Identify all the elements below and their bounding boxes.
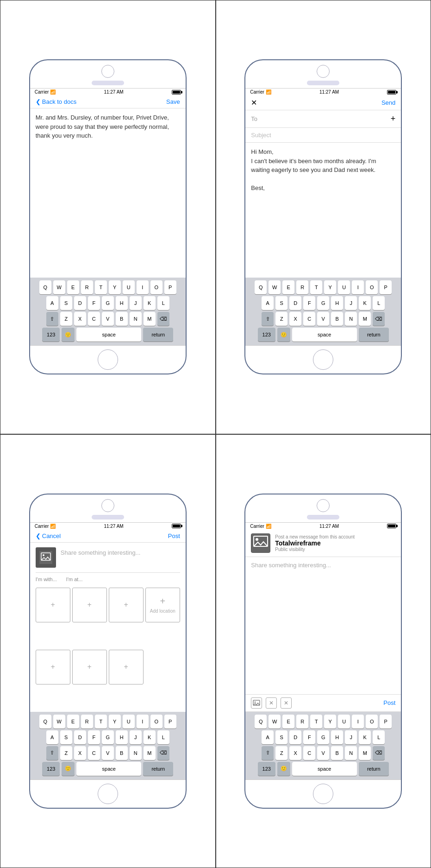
toolbar-location-icon-4[interactable]: ✕ xyxy=(281,697,292,709)
key-b-3[interactable]: B xyxy=(116,746,128,760)
key-u-2[interactable]: U xyxy=(338,280,350,294)
key-123-3[interactable]: 123 xyxy=(42,762,60,776)
key-w-3[interactable]: W xyxy=(53,715,65,729)
key-return-1[interactable]: return xyxy=(143,328,173,342)
key-t-2[interactable]: T xyxy=(310,280,322,294)
key-123-2[interactable]: 123 xyxy=(258,328,275,342)
keyboard-1[interactable]: Q W E R T Y U I O P A S D F G H xyxy=(30,278,186,345)
key-g-3[interactable]: G xyxy=(102,730,114,744)
key-q-3[interactable]: Q xyxy=(39,715,51,729)
key-z-2[interactable]: Z xyxy=(275,312,287,326)
key-x-3[interactable]: X xyxy=(74,746,86,760)
key-q-4[interactable]: Q xyxy=(255,715,267,729)
photo-cell-1-3[interactable]: + xyxy=(36,588,70,622)
key-return-3[interactable]: return xyxy=(143,762,173,776)
toolbar-image-icon-4[interactable] xyxy=(251,697,262,709)
key-space-4[interactable]: space xyxy=(292,762,357,776)
key-u-4[interactable]: U xyxy=(338,715,350,729)
key-c-4[interactable]: C xyxy=(303,746,315,760)
key-k-3[interactable]: K xyxy=(144,730,156,744)
home-button-4[interactable] xyxy=(313,784,333,804)
key-t-4[interactable]: T xyxy=(310,715,322,729)
key-p-1[interactable]: P xyxy=(164,280,176,294)
key-space-3[interactable]: space xyxy=(76,762,141,776)
key-shift-2[interactable]: ⇧ xyxy=(262,312,274,326)
key-emoji-3[interactable]: 🙂 xyxy=(62,762,75,776)
key-a-1[interactable]: A xyxy=(46,296,58,310)
key-n-4[interactable]: N xyxy=(345,746,357,760)
key-n-2[interactable]: N xyxy=(345,312,357,326)
key-e-4[interactable]: E xyxy=(282,715,294,729)
save-button-1[interactable]: Save xyxy=(166,98,180,105)
key-b-2[interactable]: B xyxy=(331,312,343,326)
key-k-2[interactable]: K xyxy=(359,296,371,310)
key-s-3[interactable]: S xyxy=(60,730,72,744)
key-a-4[interactable]: A xyxy=(262,730,274,744)
key-s-2[interactable]: S xyxy=(275,296,287,310)
key-h-2[interactable]: H xyxy=(331,296,343,310)
key-123-4[interactable]: 123 xyxy=(258,762,275,776)
key-e-3[interactable]: E xyxy=(67,715,79,729)
key-delete-4[interactable]: ⌫ xyxy=(373,746,385,760)
key-q-2[interactable]: Q xyxy=(255,280,267,294)
subject-field-2[interactable]: Subject xyxy=(245,128,401,143)
key-o-2[interactable]: O xyxy=(366,280,378,294)
key-x-2[interactable]: X xyxy=(289,312,301,326)
key-space-2[interactable]: space xyxy=(292,328,357,342)
key-z-3[interactable]: Z xyxy=(60,746,72,760)
key-e-1[interactable]: E xyxy=(67,280,79,294)
key-p-4[interactable]: P xyxy=(380,715,392,729)
key-emoji-2[interactable]: 🙂 xyxy=(277,328,290,342)
key-i-2[interactable]: I xyxy=(352,280,364,294)
key-a-2[interactable]: A xyxy=(262,296,274,310)
key-h-4[interactable]: H xyxy=(331,730,343,744)
key-j-3[interactable]: J xyxy=(130,730,142,744)
key-b-1[interactable]: B xyxy=(116,312,128,326)
key-c-1[interactable]: C xyxy=(88,312,100,326)
key-c-2[interactable]: C xyxy=(303,312,315,326)
key-y-2[interactable]: Y xyxy=(324,280,336,294)
key-o-3[interactable]: O xyxy=(150,715,162,729)
key-k-1[interactable]: K xyxy=(144,296,156,310)
key-s-4[interactable]: S xyxy=(275,730,287,744)
home-button-2[interactable] xyxy=(313,349,333,370)
key-emoji-1[interactable]: 🙂 xyxy=(62,328,75,342)
key-v-3[interactable]: V xyxy=(102,746,114,760)
photo-cell-2-3[interactable]: + xyxy=(72,588,107,622)
key-space-1[interactable]: space xyxy=(76,328,141,342)
key-t-1[interactable]: T xyxy=(95,280,107,294)
home-button-3[interactable] xyxy=(98,784,118,804)
key-w-4[interactable]: W xyxy=(269,715,281,729)
key-x-1[interactable]: X xyxy=(74,312,86,326)
key-e-2[interactable]: E xyxy=(282,280,294,294)
key-shift-3[interactable]: ⇧ xyxy=(46,746,58,760)
key-r-2[interactable]: R xyxy=(296,280,308,294)
key-l-3[interactable]: L xyxy=(157,730,169,744)
key-a-3[interactable]: A xyxy=(46,730,58,744)
key-p-3[interactable]: P xyxy=(164,715,176,729)
key-g-2[interactable]: G xyxy=(317,296,329,310)
key-o-4[interactable]: O xyxy=(366,715,378,729)
email-body-2[interactable]: Hi Mom, I can't believe it's been two mo… xyxy=(245,143,401,278)
location-cell-3[interactable]: + Add location xyxy=(145,588,180,622)
key-delete-1[interactable]: ⌫ xyxy=(157,312,169,326)
key-m-1[interactable]: M xyxy=(144,312,156,326)
key-w-1[interactable]: W xyxy=(53,280,65,294)
photo-cell-6-3[interactable]: + xyxy=(109,650,144,684)
key-q-1[interactable]: Q xyxy=(39,280,51,294)
key-r-1[interactable]: R xyxy=(81,280,93,294)
key-u-3[interactable]: U xyxy=(123,715,135,729)
key-m-2[interactable]: M xyxy=(359,312,371,326)
keyboard-2[interactable]: Q W E R T Y U I O P A S D F G H xyxy=(245,278,401,345)
key-d-3[interactable]: D xyxy=(74,730,86,744)
key-f-1[interactable]: F xyxy=(88,296,100,310)
key-i-4[interactable]: I xyxy=(352,715,364,729)
toolbar-tag-icon-4[interactable]: ✕ xyxy=(266,697,277,709)
key-o-1[interactable]: O xyxy=(150,280,162,294)
key-v-4[interactable]: V xyxy=(317,746,329,760)
key-n-1[interactable]: N xyxy=(130,312,142,326)
key-j-1[interactable]: J xyxy=(130,296,142,310)
key-t-3[interactable]: T xyxy=(95,715,107,729)
key-c-3[interactable]: C xyxy=(88,746,100,760)
back-button-1[interactable]: ❮ Back to docs xyxy=(36,98,76,105)
